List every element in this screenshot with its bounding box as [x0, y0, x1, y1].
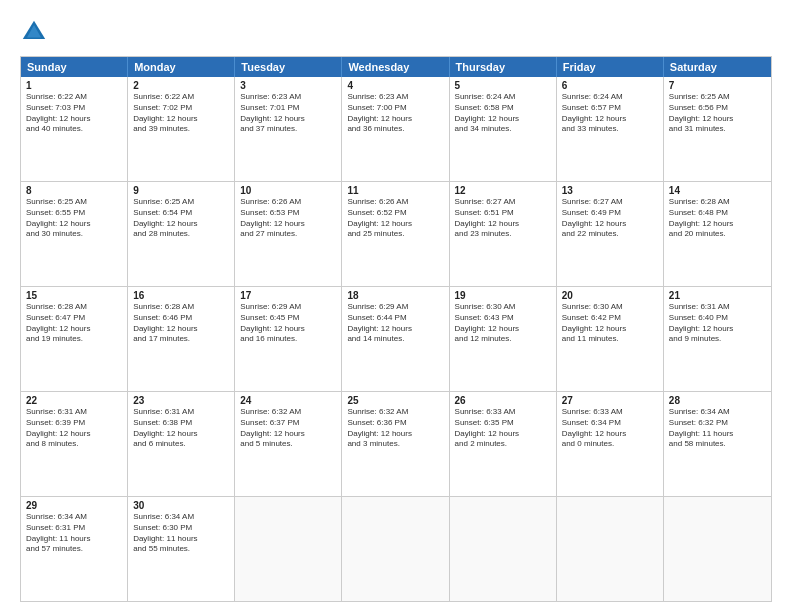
- calendar-body: 1Sunrise: 6:22 AMSunset: 7:03 PMDaylight…: [21, 77, 771, 601]
- calendar-cell: [450, 497, 557, 601]
- calendar-row-3: 15Sunrise: 6:28 AMSunset: 6:47 PMDayligh…: [21, 287, 771, 392]
- calendar-cell: 1Sunrise: 6:22 AMSunset: 7:03 PMDaylight…: [21, 77, 128, 181]
- calendar-cell: 29Sunrise: 6:34 AMSunset: 6:31 PMDayligh…: [21, 497, 128, 601]
- day-number: 22: [26, 395, 122, 406]
- day-number: 21: [669, 290, 766, 301]
- day-number: 6: [562, 80, 658, 91]
- weekday-thursday: Thursday: [450, 57, 557, 77]
- day-number: 11: [347, 185, 443, 196]
- cell-info: Sunrise: 6:31 AMSunset: 6:38 PMDaylight:…: [133, 407, 229, 450]
- cell-info: Sunrise: 6:23 AMSunset: 7:00 PMDaylight:…: [347, 92, 443, 135]
- day-number: 8: [26, 185, 122, 196]
- calendar-cell: 4Sunrise: 6:23 AMSunset: 7:00 PMDaylight…: [342, 77, 449, 181]
- cell-info: Sunrise: 6:34 AMSunset: 6:31 PMDaylight:…: [26, 512, 122, 555]
- header: [20, 18, 772, 46]
- day-number: 25: [347, 395, 443, 406]
- cell-info: Sunrise: 6:32 AMSunset: 6:36 PMDaylight:…: [347, 407, 443, 450]
- day-number: 16: [133, 290, 229, 301]
- day-number: 9: [133, 185, 229, 196]
- cell-info: Sunrise: 6:23 AMSunset: 7:01 PMDaylight:…: [240, 92, 336, 135]
- cell-info: Sunrise: 6:30 AMSunset: 6:43 PMDaylight:…: [455, 302, 551, 345]
- calendar-row-5: 29Sunrise: 6:34 AMSunset: 6:31 PMDayligh…: [21, 497, 771, 601]
- day-number: 1: [26, 80, 122, 91]
- cell-info: Sunrise: 6:28 AMSunset: 6:46 PMDaylight:…: [133, 302, 229, 345]
- calendar-cell: [235, 497, 342, 601]
- cell-info: Sunrise: 6:29 AMSunset: 6:45 PMDaylight:…: [240, 302, 336, 345]
- calendar-cell: 6Sunrise: 6:24 AMSunset: 6:57 PMDaylight…: [557, 77, 664, 181]
- cell-info: Sunrise: 6:28 AMSunset: 6:47 PMDaylight:…: [26, 302, 122, 345]
- cell-info: Sunrise: 6:33 AMSunset: 6:35 PMDaylight:…: [455, 407, 551, 450]
- day-number: 14: [669, 185, 766, 196]
- calendar-cell: 16Sunrise: 6:28 AMSunset: 6:46 PMDayligh…: [128, 287, 235, 391]
- calendar-cell: 7Sunrise: 6:25 AMSunset: 6:56 PMDaylight…: [664, 77, 771, 181]
- day-number: 17: [240, 290, 336, 301]
- calendar-cell: 24Sunrise: 6:32 AMSunset: 6:37 PMDayligh…: [235, 392, 342, 496]
- calendar-cell: 26Sunrise: 6:33 AMSunset: 6:35 PMDayligh…: [450, 392, 557, 496]
- day-number: 30: [133, 500, 229, 511]
- cell-info: Sunrise: 6:31 AMSunset: 6:39 PMDaylight:…: [26, 407, 122, 450]
- weekday-monday: Monday: [128, 57, 235, 77]
- day-number: 12: [455, 185, 551, 196]
- cell-info: Sunrise: 6:33 AMSunset: 6:34 PMDaylight:…: [562, 407, 658, 450]
- cell-info: Sunrise: 6:26 AMSunset: 6:52 PMDaylight:…: [347, 197, 443, 240]
- calendar-row-2: 8Sunrise: 6:25 AMSunset: 6:55 PMDaylight…: [21, 182, 771, 287]
- day-number: 29: [26, 500, 122, 511]
- cell-info: Sunrise: 6:22 AMSunset: 7:03 PMDaylight:…: [26, 92, 122, 135]
- calendar-cell: 12Sunrise: 6:27 AMSunset: 6:51 PMDayligh…: [450, 182, 557, 286]
- calendar-cell: 21Sunrise: 6:31 AMSunset: 6:40 PMDayligh…: [664, 287, 771, 391]
- calendar-cell: 9Sunrise: 6:25 AMSunset: 6:54 PMDaylight…: [128, 182, 235, 286]
- calendar-cell: 28Sunrise: 6:34 AMSunset: 6:32 PMDayligh…: [664, 392, 771, 496]
- day-number: 23: [133, 395, 229, 406]
- weekday-friday: Friday: [557, 57, 664, 77]
- cell-info: Sunrise: 6:29 AMSunset: 6:44 PMDaylight:…: [347, 302, 443, 345]
- calendar-cell: 10Sunrise: 6:26 AMSunset: 6:53 PMDayligh…: [235, 182, 342, 286]
- day-number: 4: [347, 80, 443, 91]
- cell-info: Sunrise: 6:25 AMSunset: 6:56 PMDaylight:…: [669, 92, 766, 135]
- calendar-cell: 22Sunrise: 6:31 AMSunset: 6:39 PMDayligh…: [21, 392, 128, 496]
- calendar-cell: 19Sunrise: 6:30 AMSunset: 6:43 PMDayligh…: [450, 287, 557, 391]
- day-number: 28: [669, 395, 766, 406]
- day-number: 3: [240, 80, 336, 91]
- calendar-header: SundayMondayTuesdayWednesdayThursdayFrid…: [21, 57, 771, 77]
- cell-info: Sunrise: 6:24 AMSunset: 6:57 PMDaylight:…: [562, 92, 658, 135]
- day-number: 24: [240, 395, 336, 406]
- day-number: 15: [26, 290, 122, 301]
- calendar-cell: 11Sunrise: 6:26 AMSunset: 6:52 PMDayligh…: [342, 182, 449, 286]
- calendar-cell: [557, 497, 664, 601]
- weekday-sunday: Sunday: [21, 57, 128, 77]
- calendar-row-1: 1Sunrise: 6:22 AMSunset: 7:03 PMDaylight…: [21, 77, 771, 182]
- day-number: 5: [455, 80, 551, 91]
- calendar-cell: 8Sunrise: 6:25 AMSunset: 6:55 PMDaylight…: [21, 182, 128, 286]
- weekday-wednesday: Wednesday: [342, 57, 449, 77]
- logo-icon: [20, 18, 48, 46]
- cell-info: Sunrise: 6:31 AMSunset: 6:40 PMDaylight:…: [669, 302, 766, 345]
- cell-info: Sunrise: 6:34 AMSunset: 6:30 PMDaylight:…: [133, 512, 229, 555]
- cell-info: Sunrise: 6:32 AMSunset: 6:37 PMDaylight:…: [240, 407, 336, 450]
- calendar: SundayMondayTuesdayWednesdayThursdayFrid…: [20, 56, 772, 602]
- day-number: 2: [133, 80, 229, 91]
- day-number: 20: [562, 290, 658, 301]
- cell-info: Sunrise: 6:28 AMSunset: 6:48 PMDaylight:…: [669, 197, 766, 240]
- calendar-cell: 23Sunrise: 6:31 AMSunset: 6:38 PMDayligh…: [128, 392, 235, 496]
- calendar-cell: 20Sunrise: 6:30 AMSunset: 6:42 PMDayligh…: [557, 287, 664, 391]
- calendar-cell: 18Sunrise: 6:29 AMSunset: 6:44 PMDayligh…: [342, 287, 449, 391]
- calendar-row-4: 22Sunrise: 6:31 AMSunset: 6:39 PMDayligh…: [21, 392, 771, 497]
- day-number: 27: [562, 395, 658, 406]
- weekday-saturday: Saturday: [664, 57, 771, 77]
- cell-info: Sunrise: 6:25 AMSunset: 6:55 PMDaylight:…: [26, 197, 122, 240]
- calendar-cell: 15Sunrise: 6:28 AMSunset: 6:47 PMDayligh…: [21, 287, 128, 391]
- cell-info: Sunrise: 6:25 AMSunset: 6:54 PMDaylight:…: [133, 197, 229, 240]
- day-number: 19: [455, 290, 551, 301]
- calendar-cell: 14Sunrise: 6:28 AMSunset: 6:48 PMDayligh…: [664, 182, 771, 286]
- logo: [20, 18, 52, 46]
- weekday-tuesday: Tuesday: [235, 57, 342, 77]
- cell-info: Sunrise: 6:22 AMSunset: 7:02 PMDaylight:…: [133, 92, 229, 135]
- day-number: 7: [669, 80, 766, 91]
- calendar-cell: 17Sunrise: 6:29 AMSunset: 6:45 PMDayligh…: [235, 287, 342, 391]
- calendar-cell: 30Sunrise: 6:34 AMSunset: 6:30 PMDayligh…: [128, 497, 235, 601]
- calendar-cell: 2Sunrise: 6:22 AMSunset: 7:02 PMDaylight…: [128, 77, 235, 181]
- calendar-cell: 3Sunrise: 6:23 AMSunset: 7:01 PMDaylight…: [235, 77, 342, 181]
- page: SundayMondayTuesdayWednesdayThursdayFrid…: [0, 0, 792, 612]
- calendar-cell: 27Sunrise: 6:33 AMSunset: 6:34 PMDayligh…: [557, 392, 664, 496]
- cell-info: Sunrise: 6:24 AMSunset: 6:58 PMDaylight:…: [455, 92, 551, 135]
